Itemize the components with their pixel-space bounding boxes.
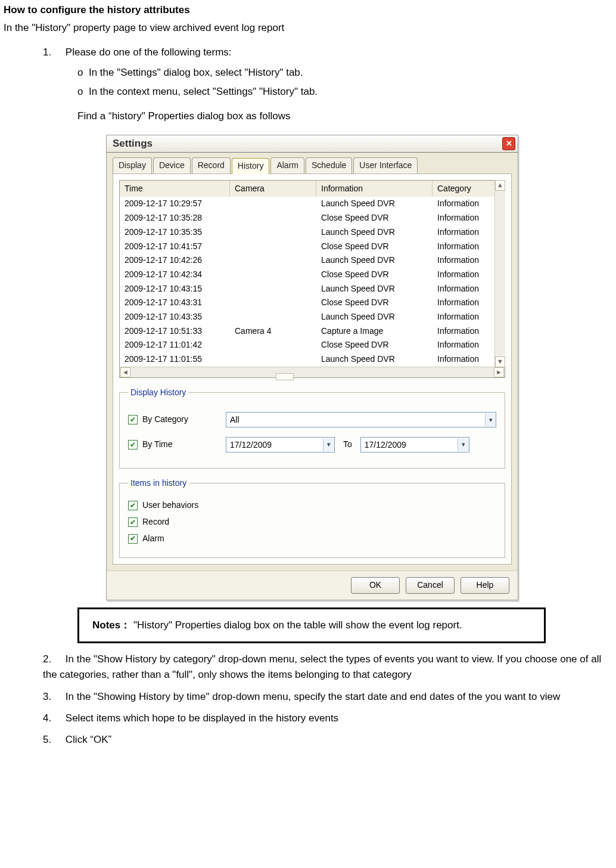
step-number: 2. xyxy=(43,653,51,665)
scroll-down-icon[interactable]: ▼ xyxy=(495,356,505,367)
tab-userinterface[interactable]: User Interface xyxy=(353,157,418,173)
step-text: Please do one of the following terms: xyxy=(66,46,232,58)
by-time-label: By Time xyxy=(142,438,173,451)
table-cell: Information xyxy=(433,338,498,352)
col-time[interactable]: Time xyxy=(120,181,230,197)
table-cell: 2009-12-17 10:43:15 xyxy=(120,282,230,296)
step-number: 1. xyxy=(43,46,51,58)
table-row[interactable]: 2009-12-17 10:35:28Close Speed DVRInform… xyxy=(120,211,505,225)
group-legend: Items in history xyxy=(128,477,189,490)
events-list: Time Camera Information Category 2009-12… xyxy=(119,180,505,378)
table-row[interactable]: 2009-12-17 10:43:15Launch Speed DVRInfor… xyxy=(120,282,505,296)
table-row[interactable]: 2009-12-17 10:35:35Launch Speed DVRInfor… xyxy=(120,225,505,240)
bullet: o xyxy=(77,67,83,78)
by-time-checkbox[interactable]: ✔ By Time xyxy=(128,438,217,451)
table-cell: Launch Speed DVR xyxy=(316,197,433,211)
substep-text: In the context menu, select "Settings" "… xyxy=(89,86,318,97)
dialog-buttons: OK Cancel Help xyxy=(107,571,518,600)
tab-display[interactable]: Display xyxy=(113,157,152,173)
date-to-select[interactable]: ▾ xyxy=(360,437,469,452)
table-cell: Launch Speed DVR xyxy=(316,282,433,296)
category-select[interactable]: ▾ xyxy=(226,412,496,427)
ok-button[interactable]: OK xyxy=(351,577,400,594)
close-icon[interactable]: ✕ xyxy=(502,137,515,150)
table-cell xyxy=(230,338,316,352)
table-row[interactable]: 2009-12-17 11:01:55Launch Speed DVRInfor… xyxy=(120,352,505,367)
table-cell xyxy=(230,240,316,254)
horizontal-scrollbar[interactable]: ◄ ► xyxy=(120,367,505,377)
notes-box: Notes： "History" Properties dialog box o… xyxy=(77,607,546,643)
record-checkbox[interactable]: ✔ Record xyxy=(128,516,496,529)
scroll-left-icon[interactable]: ◄ xyxy=(120,367,130,377)
items-in-history-group: Items in history ✔ User behaviors ✔ Reco… xyxy=(119,477,505,558)
table-cell: 2009-12-17 10:29:57 xyxy=(120,197,230,211)
table-row[interactable]: 2009-12-17 10:43:31Close Speed DVRInform… xyxy=(120,296,505,310)
scroll-right-icon[interactable]: ► xyxy=(494,367,504,377)
chevron-down-icon[interactable]: ▾ xyxy=(485,413,496,426)
table-cell: Launch Speed DVR xyxy=(316,225,433,240)
table-cell xyxy=(230,296,316,310)
table-cell: Close Speed DVR xyxy=(316,211,433,225)
table-cell: 2009-12-17 10:42:34 xyxy=(120,268,230,282)
table-cell xyxy=(230,225,316,240)
table-cell: 2009-12-17 10:35:28 xyxy=(120,211,230,225)
table-cell: Information xyxy=(433,225,498,240)
tab-record[interactable]: Record xyxy=(192,157,231,173)
help-button[interactable]: Help xyxy=(461,577,509,594)
checkbox-label: Record xyxy=(142,516,169,529)
category-value[interactable] xyxy=(226,413,485,426)
tab-schedule[interactable]: Schedule xyxy=(306,157,352,173)
check-icon: ✔ xyxy=(128,501,138,510)
table-cell: Launch Speed DVR xyxy=(316,352,433,367)
group-legend: Display History xyxy=(128,386,188,399)
vertical-scrollbar[interactable]: ▲ ▼ xyxy=(494,180,505,367)
tab-alarm[interactable]: Alarm xyxy=(270,157,304,173)
table-cell: 2009-12-17 10:42:26 xyxy=(120,253,230,268)
tab-history[interactable]: History xyxy=(232,158,270,174)
table-row[interactable]: 2009-12-17 10:42:34Close Speed DVRInform… xyxy=(120,268,505,282)
step-3: 3. In the "Showing History by time" drop… xyxy=(43,689,612,705)
table-cell: Information xyxy=(433,253,498,268)
table-row[interactable]: 2009-12-17 10:42:26Launch Speed DVRInfor… xyxy=(120,253,505,268)
find-text: Find a “history" Properties dialog box a… xyxy=(77,108,616,124)
date-to-value[interactable] xyxy=(361,438,458,451)
alarm-checkbox[interactable]: ✔ Alarm xyxy=(128,532,496,545)
col-category[interactable]: Category xyxy=(433,181,498,197)
table-cell: Information xyxy=(433,240,498,254)
table-cell: 2009-12-17 10:35:35 xyxy=(120,225,230,240)
user-behaviors-checkbox[interactable]: ✔ User behaviors xyxy=(128,499,496,512)
table-row[interactable]: 2009-12-17 10:41:57Close Speed DVRInform… xyxy=(120,240,505,254)
cancel-button[interactable]: Cancel xyxy=(406,577,455,594)
table-cell: Information xyxy=(433,282,498,296)
to-label: To xyxy=(343,438,352,451)
scroll-grip[interactable] xyxy=(276,373,294,380)
tab-device[interactable]: Device xyxy=(153,157,191,173)
table-cell xyxy=(230,282,316,296)
date-from-value[interactable] xyxy=(226,438,323,451)
table-cell: Close Speed DVR xyxy=(316,296,433,310)
table-row[interactable]: 2009-12-17 11:01:42Close Speed DVRInform… xyxy=(120,338,505,352)
scroll-up-icon[interactable]: ▲ xyxy=(495,180,505,191)
by-category-checkbox[interactable]: ✔ By Category xyxy=(128,413,217,426)
display-history-group: Display History ✔ By Category ▾ ✔ By Tim… xyxy=(119,386,505,469)
col-information[interactable]: Information xyxy=(316,181,433,197)
col-camera[interactable]: Camera xyxy=(230,181,316,197)
chevron-down-icon[interactable]: ▾ xyxy=(458,438,469,451)
table-row[interactable]: 2009-12-17 10:43:35Launch Speed DVRInfor… xyxy=(120,310,505,324)
table-cell: Launch Speed DVR xyxy=(316,253,433,268)
substep-a: o In the "Settings" dialog box, select "… xyxy=(77,65,616,80)
step-2: 2. In the "Show History by category" dro… xyxy=(43,652,612,683)
list-header: Time Camera Information Category xyxy=(120,181,505,197)
table-cell: Capture a Image xyxy=(316,324,433,339)
chevron-down-icon[interactable]: ▾ xyxy=(323,438,334,451)
substep-text: In the "Settings" dialog box, select "Hi… xyxy=(89,67,303,78)
table-cell: 2009-12-17 10:41:57 xyxy=(120,240,230,254)
step-number: 5. xyxy=(43,734,51,745)
date-from-select[interactable]: ▾ xyxy=(226,437,335,452)
check-icon: ✔ xyxy=(128,415,138,424)
table-row[interactable]: 2009-12-17 10:51:33Camera 4Capture a Ima… xyxy=(120,324,505,339)
table-cell: Close Speed DVR xyxy=(316,338,433,352)
table-row[interactable]: 2009-12-17 10:29:57Launch Speed DVRInfor… xyxy=(120,197,505,211)
table-cell: Information xyxy=(433,197,498,211)
substep-b: o In the context menu, select "Settings"… xyxy=(77,84,616,100)
